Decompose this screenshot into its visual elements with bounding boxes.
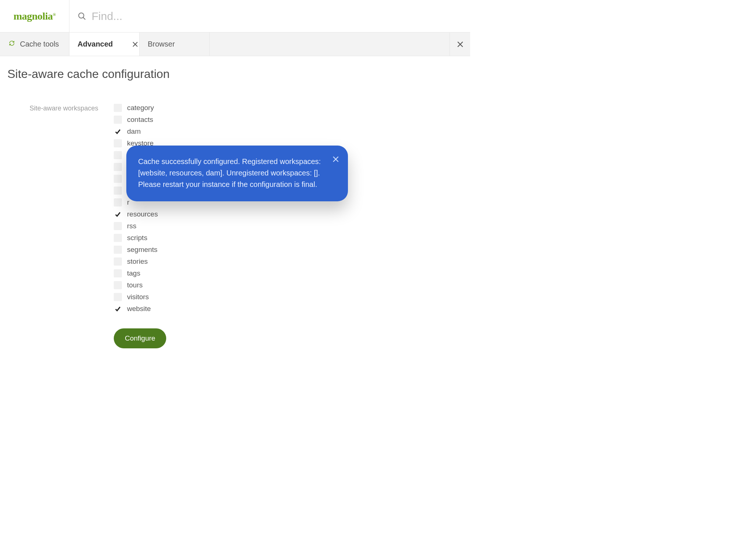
workspace-checkbox[interactable] [114,269,122,277]
workspace-item: tags [114,269,463,278]
workspace-item: scripts [114,233,463,243]
logo-trademark: ® [53,12,56,16]
workspace-item: category [114,103,463,113]
workspace-label: resources [127,210,158,218]
configure-button[interactable]: Configure [114,328,166,348]
workspace-checkbox[interactable] [114,116,122,124]
workspace-label: category [127,104,154,112]
tab-spacer [210,33,450,56]
workspace-item: website [114,304,463,314]
refresh-icon [8,40,16,49]
svg-point-0 [79,13,84,18]
toast-message: Cache successfully configured. Registere… [138,157,321,188]
workspace-item: resources [114,209,463,219]
workspace-item: segments [114,245,463,255]
workspaces-field: Site-aware workspaces categorycontactsda… [7,103,463,348]
workspace-label: tours [127,281,143,289]
workspace-checkbox[interactable] [114,234,122,242]
workspace-checkbox[interactable] [114,187,122,195]
workspace-item: rss [114,221,463,231]
workspace-checkbox[interactable] [114,139,122,147]
workspace-checklist: categorycontactsdamkeystoremnnprresource… [114,103,463,314]
field-label: Site-aware workspaces [7,103,114,112]
workspace-label: stories [127,257,148,266]
workspace-checkbox[interactable] [114,305,122,313]
close-icon[interactable] [132,41,138,47]
tab-label: Browser [148,40,175,48]
tab-label: Cache tools [20,40,59,48]
workspace-item: dam [114,127,463,136]
workspace-checkbox[interactable] [114,151,122,159]
workspace-label: scripts [127,234,147,242]
tab-bar: Cache tools Advanced Browser [0,33,470,56]
logo[interactable]: magnolia® [0,0,69,32]
workspace-item: contacts [114,115,463,124]
search-icon [78,12,86,21]
search-bar [69,0,470,32]
workspace-checkbox[interactable] [114,281,122,289]
workspace-checkbox[interactable] [114,127,122,136]
svg-line-1 [83,17,85,20]
app-root: magnolia® Cache tools Adv [0,0,470,371]
workspace-item: visitors [114,292,463,302]
workspace-checkbox[interactable] [114,257,122,266]
workspace-item: stories [114,257,463,266]
close-app-button[interactable] [450,33,470,56]
workspace-checkbox[interactable] [114,175,122,183]
workspace-label: rss [127,222,136,230]
workspace-label: visitors [127,293,149,301]
workspace-checkbox[interactable] [114,210,122,218]
close-icon[interactable] [332,154,339,166]
workspace-checkbox[interactable] [114,104,122,112]
workspace-label: tags [127,269,140,277]
workspace-checkbox[interactable] [114,222,122,230]
tab-advanced[interactable]: Advanced [69,33,140,56]
workspace-label: dam [127,127,141,136]
tab-label: Advanced [78,40,113,48]
tab-cache-tools[interactable]: Cache tools [0,33,69,56]
workspace-checkbox[interactable] [114,293,122,301]
tab-browser[interactable]: Browser [140,33,210,56]
workspace-checkbox[interactable] [114,198,122,206]
logo-word: magnolia [13,10,52,22]
workspace-checkbox[interactable] [114,246,122,254]
workspace-label: segments [127,246,157,254]
workspace-label: r [127,198,129,206]
field-value: categorycontactsdamkeystoremnnprresource… [114,103,463,348]
workspace-item: tours [114,280,463,290]
workspace-label: website [127,305,151,313]
logo-text: magnolia® [13,10,55,22]
workspace-label: contacts [127,116,153,124]
workspace-checkbox[interactable] [114,163,122,171]
header: magnolia® [0,0,470,33]
page-content: Site-aware cache configuration Site-awar… [0,56,470,371]
page-title: Site-aware cache configuration [7,67,463,81]
search-input[interactable] [92,10,239,23]
toast-notification: Cache successfully configured. Registere… [126,146,348,201]
